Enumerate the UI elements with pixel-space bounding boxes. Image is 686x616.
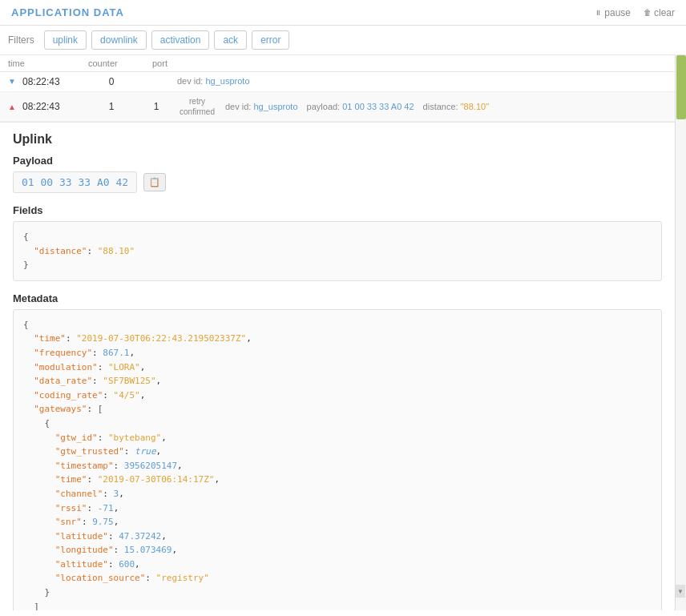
payload-section-title: Payload	[13, 155, 662, 167]
row-counter: 1	[87, 101, 135, 112]
table-row[interactable]: ▼ 08:22:43 0 dev id: hg_usproto	[0, 72, 675, 92]
pause-label: pause	[604, 7, 631, 18]
app-header: APPLICATION DATA ⏸ pause 🗑 clear	[0, 0, 686, 26]
vertical-scrollbar[interactable]: ▼	[675, 55, 686, 610]
tab-ack[interactable]: ack	[214, 30, 247, 50]
row-info: dev id: hg_usproto	[177, 76, 667, 86]
distance-value: "88.10"	[461, 102, 489, 111]
main-content: time counter port ▼ 08:22:43 0 dev id: h…	[0, 55, 686, 610]
arrow-up-icon: ▲	[8, 103, 18, 111]
filters-bar: Filters uplink downlink activation ack e…	[0, 26, 686, 55]
payload-box: 01 00 33 33 A0 42 📋	[13, 171, 662, 193]
clear-button[interactable]: 🗑 clear	[644, 7, 675, 18]
col-info	[200, 58, 667, 68]
dev-id-link[interactable]: hg_usproto	[253, 102, 297, 111]
copy-payload-button[interactable]: 📋	[143, 173, 166, 191]
retry-confirmed-badge: retryconfirmed	[177, 96, 217, 117]
table-row[interactable]: ▲ 08:22:43 1 1 retryconfirmed dev id: hg…	[0, 92, 675, 122]
row-counter: 0	[87, 76, 135, 87]
payload-label: payload:	[307, 102, 343, 111]
metadata-json: { "time": "2019-07-30T06:22:43.219502337…	[13, 309, 662, 610]
filters-label: Filters	[8, 34, 34, 46]
dev-id-label: dev id:	[225, 102, 253, 111]
payload-value: 01 00 33 33 A0 42	[342, 102, 414, 111]
row-time: 08:22:43	[22, 101, 83, 112]
row-time: 08:22:43	[22, 76, 83, 87]
scroll-down-button[interactable]: ▼	[676, 585, 685, 598]
scrollbar-thumb[interactable]	[676, 55, 686, 119]
fields-section-title: Fields	[13, 204, 662, 216]
col-counter: counter	[88, 58, 152, 68]
table-header: time counter port	[0, 55, 675, 72]
detail-panel: Uplink Payload 01 00 33 33 A0 42 📋 Field…	[0, 122, 675, 610]
metadata-section-title: Metadata	[13, 292, 662, 304]
pause-icon: ⏸	[595, 9, 602, 17]
row-info: dev id: hg_usproto payload: 01 00 33 33 …	[225, 102, 667, 111]
payload-hex-display: 01 00 33 33 A0 42	[13, 171, 137, 193]
col-port: port	[152, 58, 200, 68]
tab-uplink[interactable]: uplink	[44, 30, 87, 50]
data-panel: time counter port ▼ 08:22:43 0 dev id: h…	[0, 55, 675, 610]
app-title: APPLICATION DATA	[11, 6, 124, 18]
detail-title: Uplink	[13, 132, 662, 147]
arrow-down-icon: ▼	[8, 77, 18, 86]
dev-id-link[interactable]: hg_usproto	[205, 76, 249, 86]
fields-json: { "distance": "88.10" }	[13, 221, 662, 281]
header-actions: ⏸ pause 🗑 clear	[595, 7, 675, 18]
dev-id-label: dev id:	[177, 76, 205, 86]
pause-button[interactable]: ⏸ pause	[595, 7, 631, 18]
clear-label: clear	[654, 7, 675, 18]
col-time: time	[8, 58, 88, 68]
clear-icon: 🗑	[644, 8, 652, 17]
distance-label: distance:	[423, 102, 461, 111]
tab-activation[interactable]: activation	[151, 30, 210, 50]
tab-error[interactable]: error	[252, 30, 289, 50]
row-port: 1	[140, 101, 172, 112]
tab-downlink[interactable]: downlink	[91, 30, 147, 50]
